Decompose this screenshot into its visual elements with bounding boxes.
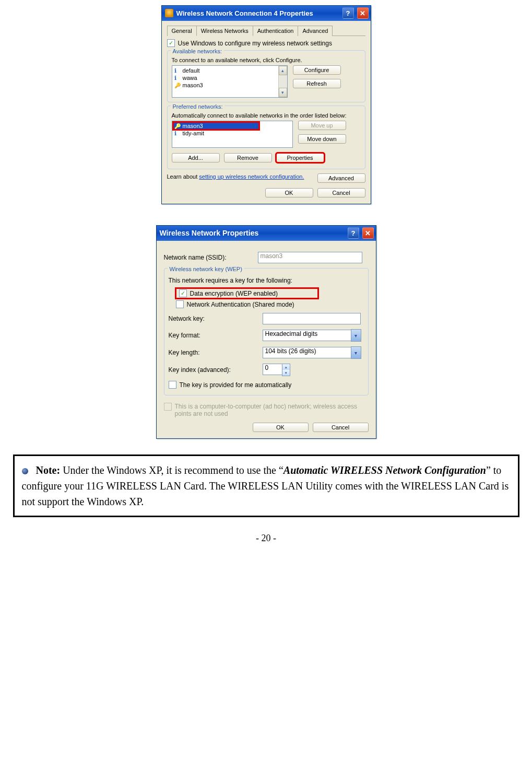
- advanced-button[interactable]: Advanced: [317, 173, 365, 183]
- note-emphasis: Automatic WIRELESS Network Configuration: [283, 464, 486, 476]
- available-hint: To connect to an available network, clic…: [172, 57, 361, 63]
- move-down-button[interactable]: Move down: [298, 134, 346, 144]
- page-number: - 20 -: [256, 533, 276, 544]
- titlebar-2: Wireless Network Properties ? ✕: [157, 226, 376, 241]
- tab-advanced[interactable]: Advanced: [298, 26, 333, 36]
- network-icon: [174, 130, 181, 136]
- list-item: wawa: [173, 74, 286, 81]
- tab-strip: General Wireless Networks Authentication…: [167, 25, 365, 36]
- network-key-input[interactable]: [263, 313, 361, 324]
- adhoc-label: This is a computer-to-computer (ad hoc) …: [175, 403, 363, 417]
- list-item[interactable]: mason3: [173, 122, 259, 130]
- key-index-label: Key index (advanced):: [169, 366, 257, 374]
- ssid-label: Network name (SSID):: [164, 254, 253, 261]
- dialog1-title: Wireless Network Connection 4 Properties: [176, 9, 339, 17]
- key-format-label: Key format:: [169, 332, 257, 339]
- list-item[interactable]: tidy-amit: [173, 130, 291, 137]
- preferred-hint: Automatically connect to available netwo…: [172, 112, 361, 119]
- titlebar-1: Wireless Network Connection 4 Properties…: [162, 6, 371, 21]
- key-length-select[interactable]: 104 bits (26 digits) ▾: [263, 346, 361, 359]
- network-auth-checkbox[interactable]: ✓: [176, 300, 184, 308]
- wireless-connection-properties-dialog: Wireless Network Connection 4 Properties…: [161, 5, 371, 204]
- wep-requires-label: This network requires a key for the foll…: [169, 277, 364, 284]
- network-auth-label: Network Authentication (Shared mode): [187, 301, 294, 308]
- tab-wireless-networks[interactable]: Wireless Networks: [196, 26, 253, 36]
- learn-link[interactable]: setting up wireless network configuratio…: [199, 173, 304, 180]
- move-up-button[interactable]: Move up: [298, 121, 346, 130]
- spin-down-icon[interactable]: ▾: [282, 370, 290, 376]
- ssid-input: mason3: [258, 252, 362, 263]
- list-item: default: [173, 67, 286, 74]
- note-box: Note: Under the Windows XP, it is recomm…: [13, 454, 519, 517]
- network-key-icon: [174, 123, 181, 129]
- network-key-icon: [174, 82, 181, 88]
- close-button[interactable]: ✕: [357, 7, 369, 19]
- available-networks-group: Available networks: To connect to an ava…: [167, 50, 365, 102]
- remove-button[interactable]: Remove: [224, 153, 272, 162]
- bullet-icon: [22, 468, 28, 474]
- network-icon: [174, 67, 181, 74]
- scroll-down-icon[interactable]: ▾: [279, 88, 287, 97]
- ok-button[interactable]: OK: [253, 423, 309, 432]
- add-button[interactable]: Add...: [172, 153, 220, 162]
- scroll-up-icon[interactable]: ▴: [279, 66, 287, 75]
- available-legend: Available networks:: [171, 48, 224, 54]
- preferred-legend: Preferred networks:: [171, 103, 225, 110]
- chevron-down-icon[interactable]: ▾: [351, 346, 361, 359]
- key-length-label: Key length:: [169, 349, 257, 356]
- help-button[interactable]: ?: [342, 7, 354, 19]
- spin-up-icon[interactable]: ▴: [282, 364, 290, 370]
- network-icon: [174, 75, 181, 81]
- preferred-networks-list[interactable]: mason3 tidy-amit: [172, 121, 293, 148]
- tab-general[interactable]: General: [167, 26, 197, 36]
- close-button[interactable]: ✕: [362, 227, 374, 239]
- wep-legend: Wireless network key (WEP): [168, 266, 244, 272]
- adhoc-checkbox: ✓: [164, 403, 172, 411]
- key-index-spinner[interactable]: 0 ▴▾: [263, 364, 290, 376]
- ok-button[interactable]: OK: [265, 188, 313, 197]
- configure-button[interactable]: Configure: [293, 65, 341, 75]
- dialog2-title: Wireless Network Properties: [160, 229, 345, 237]
- key-auto-checkbox[interactable]: ✓: [169, 381, 176, 389]
- key-auto-label: The key is provided for me automatically: [180, 381, 292, 389]
- data-encryption-row: ✓ Data encryption (WEP enabled): [176, 288, 318, 298]
- wireless-network-properties-dialog: Wireless Network Properties ? ✕ Network …: [156, 225, 376, 439]
- properties-button[interactable]: Properties: [276, 153, 324, 162]
- use-windows-label: Use Windows to configure my wireless net…: [178, 40, 332, 47]
- preferred-networks-group: Preferred networks: Automatically connec…: [167, 106, 365, 169]
- cancel-button[interactable]: Cancel: [317, 188, 365, 197]
- key-format-select[interactable]: Hexadecimal digits ▾: [263, 329, 361, 342]
- scrollbar[interactable]: ▴ ▾: [278, 66, 287, 97]
- network-key-label: Network key:: [169, 315, 257, 322]
- chevron-down-icon[interactable]: ▾: [351, 329, 361, 342]
- use-windows-checkbox[interactable]: ✓: [167, 39, 175, 47]
- cancel-button[interactable]: Cancel: [313, 423, 369, 432]
- data-encryption-checkbox[interactable]: ✓: [179, 289, 187, 297]
- learn-prefix: Learn about: [167, 173, 199, 180]
- refresh-button[interactable]: Refresh: [293, 79, 341, 88]
- help-button[interactable]: ?: [348, 227, 359, 239]
- available-networks-list[interactable]: default wawa mason3 ▴ ▾: [172, 65, 288, 98]
- note-text-1: Under the Windows XP, it is recommend to…: [60, 464, 283, 476]
- wifi-icon: [165, 9, 173, 17]
- data-encryption-label: Data encryption (WEP enabled): [190, 290, 278, 297]
- note-label: Note:: [36, 464, 61, 476]
- list-item: mason3: [173, 81, 286, 89]
- tab-authentication[interactable]: Authentication: [253, 26, 299, 36]
- wep-group: Wireless network key (WEP) This network …: [164, 268, 369, 395]
